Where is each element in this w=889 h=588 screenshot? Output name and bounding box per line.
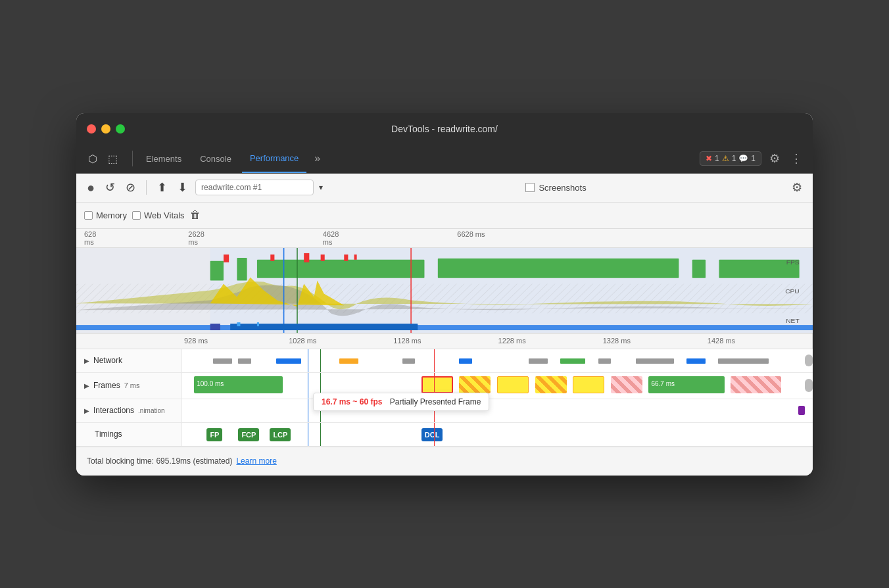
memory-checkbox[interactable] — [84, 211, 93, 220]
frame-667ms[interactable]: 66.7 ms — [648, 376, 724, 393]
tick-1028: 1028 ms — [289, 337, 393, 345]
svg-rect-8 — [692, 259, 706, 278]
frames-row: ▶ Frames 7 ms 100.0 ms — [76, 373, 813, 399]
interactions-content — [181, 399, 813, 422]
tick-928: 928 ms — [181, 337, 289, 345]
screenshots-label: Screenshots — [539, 183, 586, 193]
frame-selected[interactable] — [421, 376, 453, 393]
download-button[interactable]: ⬇ — [175, 179, 190, 196]
tick-4628: 4628 ms — [323, 230, 339, 246]
window-title: DevTools - readwrite.com/ — [391, 124, 498, 134]
frames-scrollbar[interactable] — [805, 379, 813, 392]
reload-button[interactable]: ↺ — [103, 179, 118, 196]
error-badge[interactable]: ✖ 1 ⚠ 1 💬 1 — [700, 151, 761, 166]
frame-tooltip: 16.7 ms ~ 60 fps Partially Presented Fra… — [313, 393, 489, 411]
network-label-text: Network — [93, 356, 122, 365]
trash-button[interactable]: 🗑 — [190, 209, 201, 221]
web-vitals-checkbox[interactable] — [132, 211, 141, 220]
options-toolbar: Memory Web Vitals 🗑 — [76, 203, 813, 229]
svg-rect-13 — [321, 254, 325, 260]
close-button[interactable] — [87, 124, 96, 134]
timeline-rows: ▶ Network — [76, 349, 813, 447]
toolbar-divider — [146, 180, 147, 195]
dcl-badge: DCL — [421, 428, 443, 441]
network-content — [181, 349, 813, 372]
upload-button[interactable]: ⬆ — [155, 179, 170, 196]
detail-ruler: 928 ms 1028 ms 1128 ms 1228 ms 1328 ms 1… — [76, 333, 813, 349]
network-expand-icon[interactable]: ▶ — [84, 357, 89, 364]
net-bar-8 — [560, 358, 585, 364]
timings-marker-green — [320, 423, 321, 446]
net-bar-5 — [402, 358, 415, 364]
net-bar-11 — [686, 358, 706, 364]
network-label: ▶ Network — [76, 349, 181, 372]
interactions-note: .nimation — [138, 407, 165, 414]
tick-1128: 1128 ms — [393, 337, 498, 345]
tab-divider — [132, 151, 133, 166]
tab-bar: ⬡ ⬚ Elements Console Performance » ✖ 1 ⚠… — [76, 145, 813, 174]
toolbar-right: ✖ 1 ⚠ 1 💬 1 ⚙ ⋮ — [700, 149, 805, 168]
memory-label: Memory — [96, 210, 127, 220]
settings-button[interactable]: ⚙ — [767, 149, 782, 168]
frame-stripe-1[interactable] — [459, 376, 491, 393]
frame-yellow-1[interactable] — [497, 376, 529, 393]
svg-rect-10 — [224, 254, 229, 262]
frame-66ms-label: 66.7 ms — [651, 380, 675, 387]
tab-console[interactable]: Console — [192, 144, 239, 173]
timeline-area: 628 ms 2628 ms 4628 ms 6628 ms — [76, 229, 813, 447]
memory-option: Memory — [84, 210, 127, 220]
frame-100ms-label: 100.0 ms — [197, 380, 224, 387]
charts-svg: FPS CPU NET — [76, 248, 813, 333]
frame-red-stripe-2[interactable] — [731, 376, 781, 393]
more-tabs-button[interactable]: » — [309, 153, 325, 164]
marker-red — [434, 349, 435, 372]
cursor-icon[interactable]: ⬡ — [84, 150, 101, 168]
session-input[interactable] — [195, 180, 314, 195]
maximize-button[interactable] — [116, 124, 125, 134]
status-text: Total blocking time: 695.19ms (estimated… — [87, 456, 232, 466]
marker-green — [320, 349, 321, 372]
frame-red-stripe-1[interactable] — [611, 376, 642, 393]
svg-text:NET: NET — [786, 317, 799, 324]
learn-more-link[interactable]: Learn more — [236, 456, 276, 466]
net-bar-3 — [276, 358, 301, 364]
svg-text:FPS: FPS — [786, 258, 800, 265]
frames-marker-blue — [308, 373, 308, 399]
charts-container: FPS CPU NET — [76, 248, 813, 333]
scrollbar-thumb[interactable] — [805, 355, 813, 366]
traffic-lights — [87, 124, 125, 134]
inspect-icon[interactable]: ⬚ — [104, 150, 122, 168]
frames-label: ▶ Frames 7 ms — [76, 373, 181, 399]
titlebar: DevTools - readwrite.com/ — [76, 113, 813, 145]
timings-content: FP FCP LCP DCL — [181, 423, 813, 446]
tick-628: 628 ms — [84, 230, 96, 246]
svg-rect-15 — [354, 254, 357, 259]
frames-expand-icon[interactable]: ▶ — [84, 382, 89, 389]
lcp-badge: LCP — [270, 428, 291, 441]
clear-button[interactable]: ⊘ — [123, 179, 138, 196]
web-vitals-label: Web Vitals — [144, 210, 185, 220]
svg-rect-12 — [304, 253, 309, 262]
frame-yellow-2[interactable] — [573, 376, 604, 393]
perf-settings-button[interactable]: ⚙ — [789, 178, 805, 197]
svg-text:CPU: CPU — [785, 287, 799, 295]
interactions-bar — [798, 406, 805, 415]
tab-performance[interactable]: Performance — [242, 144, 306, 173]
svg-rect-7 — [438, 258, 679, 278]
svg-rect-5 — [237, 257, 247, 280]
perf-toolbar: ● ↺ ⊘ ⬆ ⬇ ▾ Screenshots ⚙ — [76, 174, 813, 203]
net-bar-1 — [213, 358, 232, 364]
frame-100ms[interactable]: 100.0 ms — [194, 376, 282, 393]
interactions-expand-icon[interactable]: ▶ — [84, 407, 89, 414]
record-button[interactable]: ● — [84, 179, 97, 197]
more-options-button[interactable]: ⋮ — [788, 149, 805, 168]
tick-6628: 6628 ms — [457, 230, 805, 246]
minimize-button[interactable] — [101, 124, 110, 134]
net-bar-6 — [459, 358, 471, 364]
session-dropdown[interactable]: ▾ — [319, 183, 323, 192]
tab-elements[interactable]: Elements — [138, 144, 189, 173]
screenshots-checkbox[interactable] — [525, 183, 535, 192]
network-row: ▶ Network — [76, 349, 813, 373]
frame-stripe-2[interactable] — [535, 376, 567, 393]
warn-count: 1 — [732, 154, 736, 163]
